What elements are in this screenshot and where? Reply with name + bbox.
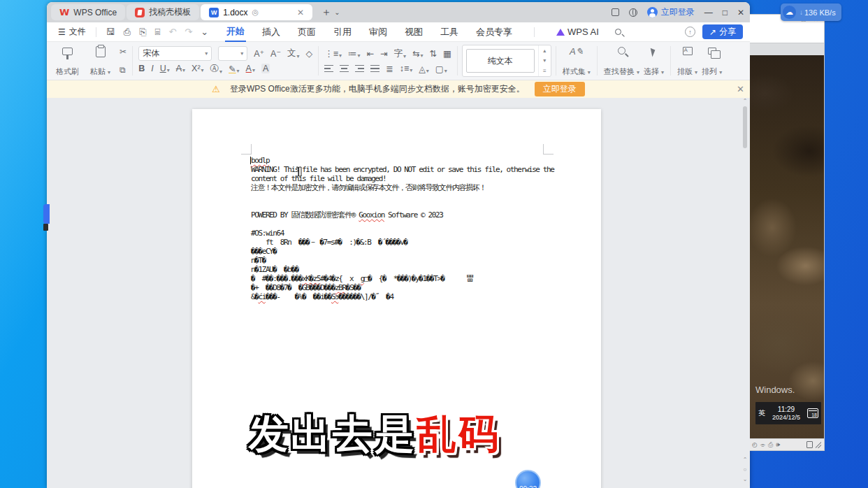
style-up-icon[interactable]: ▴ <box>543 48 546 54</box>
bullet-list-button[interactable]: ⋮≡▾ <box>324 48 342 59</box>
char-border-button[interactable]: Ⓐ▾ <box>210 63 223 75</box>
tab-template-doc[interactable]: 找稿壳模板 <box>126 4 199 20</box>
more-actions-icon[interactable]: ⌄ <box>196 27 212 37</box>
warning-icon: ⚠ <box>212 84 220 94</box>
select-button[interactable]: 选择 ▾ <box>642 45 666 77</box>
char-shading-button[interactable]: A <box>261 64 270 73</box>
tab-page[interactable]: 页面 <box>296 23 317 41</box>
border-button[interactable]: ▢▾ <box>435 64 447 74</box>
new-tab-button[interactable]: ＋ <box>321 6 331 19</box>
undo-icon[interactable]: ↶ <box>164 27 180 37</box>
global-settings-icon[interactable] <box>629 8 637 17</box>
align-center-icon[interactable] <box>340 65 349 72</box>
style-gallery[interactable]: 纯文本 ▴ ▾ ≡ <box>462 45 551 77</box>
divider <box>670 46 671 76</box>
tab-sync-icon[interactable]: ◎ <box>252 8 259 17</box>
edge-pin-icon <box>43 224 48 231</box>
italic-button[interactable]: I <box>151 64 153 73</box>
search-icon[interactable] <box>615 29 621 35</box>
tab-1-docx[interactable]: W 1.docx ◎ ✕ <box>201 4 312 20</box>
export-icon[interactable]: ⎙ <box>120 27 135 38</box>
background-photo-window[interactable]: — □ ✕ Windows. 英 11:29 2024/12/5 18 ◴ ⌯ … <box>750 14 825 451</box>
style-more-icon[interactable]: ≡ <box>543 68 547 74</box>
file-menu-button[interactable]: ☰ 文件 <box>54 26 90 38</box>
align-right-icon[interactable] <box>355 65 364 72</box>
banner-close-icon[interactable]: ✕ <box>737 84 744 94</box>
divider <box>556 46 556 76</box>
login-entry[interactable]: 立即登录 <box>647 6 695 18</box>
font-size-select[interactable]: ▾ <box>218 46 247 61</box>
net-speed-widget[interactable]: ☁ ↓ 136 KB/s <box>781 3 841 21</box>
paste-button[interactable]: 粘贴 ▾ <box>88 45 113 77</box>
highlight-color-button[interactable]: ✎▾ <box>229 64 240 74</box>
format-painter-button[interactable]: 格式刷 <box>54 45 81 77</box>
font-name-select[interactable]: 宋体 ▾ <box>138 46 212 61</box>
font-color-button[interactable]: A▾ <box>246 64 255 73</box>
tab-review[interactable]: 审阅 <box>368 23 389 41</box>
style-gallery-arrows: ▴ ▾ ≡ <box>538 45 551 76</box>
minimize-button[interactable]: — <box>704 8 713 17</box>
increase-indent-button[interactable]: ⇥ <box>380 48 387 59</box>
bold-button[interactable]: B <box>138 64 145 73</box>
line-spacing-button[interactable]: ↕≡▾ <box>400 64 413 73</box>
tab-reference[interactable]: 引用 <box>332 23 353 41</box>
next-page-icon[interactable]: ⌄ <box>742 476 748 482</box>
print-icon[interactable]: ⎘ <box>135 27 150 38</box>
upload-cloud-icon[interactable]: ↑ <box>685 27 695 37</box>
workspace-icon[interactable] <box>612 8 619 16</box>
tab-close-icon[interactable]: ✕ <box>297 8 304 17</box>
cut-icon[interactable]: ✂ <box>120 47 126 57</box>
style-down-icon[interactable]: ▾ <box>543 57 546 64</box>
edge-panel-handle[interactable] <box>43 204 50 224</box>
resize-grip-icon <box>816 442 821 448</box>
superscript-button[interactable]: X²▾ <box>191 64 204 73</box>
decrease-indent-button[interactable]: ⇤ <box>366 48 373 59</box>
save-icon[interactable]: 🖫 <box>102 27 120 37</box>
typeset-button[interactable]: 排版 ▾ <box>675 45 700 77</box>
ime-indicator: 英 <box>758 408 765 418</box>
distribute-button[interactable]: ≣ <box>386 64 393 74</box>
style-set-button[interactable]: A✎ 样式集 ▾ <box>560 45 593 77</box>
numbered-list-button[interactable]: ≔▾ <box>348 48 361 59</box>
paste-icon <box>96 46 106 57</box>
tab-tools[interactable]: 工具 <box>439 23 460 41</box>
redo-icon[interactable]: ↷ <box>180 27 196 37</box>
cursor-arrow-icon <box>651 48 657 57</box>
tab-wps-ai[interactable]: WPS AI <box>555 24 600 40</box>
tab-view[interactable]: 视图 <box>403 23 424 41</box>
direction-button[interactable]: ⇆▾ <box>412 48 424 59</box>
share-button[interactable]: ↗ 分享 <box>702 24 743 39</box>
align-left-icon[interactable] <box>324 65 333 72</box>
print-preview-icon[interactable]: ⌸ <box>151 27 165 38</box>
maximize-button[interactable]: □ <box>723 8 728 17</box>
copy-icon[interactable]: ⧉ <box>120 65 126 75</box>
arrange-button[interactable]: 排列 ▾ <box>700 45 724 77</box>
scroll-up-icon[interactable]: ⌃ <box>742 98 748 104</box>
tab-list-dropdown-icon[interactable]: ⌄ <box>334 8 340 16</box>
document-line: 注意！本文件是加密文件，请勿编辑或保存本文件，否则将导致文件内容损坏！ <box>251 183 558 192</box>
sort-button[interactable]: ⇅ <box>429 48 436 59</box>
scrollbar-thumb[interactable] <box>743 106 747 148</box>
nav-dot-icon[interactable]: ○ <box>742 466 748 473</box>
style-plain-text[interactable]: 纯文本 <box>466 49 535 73</box>
tab-member[interactable]: 会员专享 <box>475 23 514 41</box>
underline-button[interactable]: U▾ <box>160 64 170 73</box>
shading-button[interactable]: ◬▾ <box>419 64 429 74</box>
clear-format-button[interactable]: ◇ <box>306 48 313 59</box>
align-justify-icon[interactable] <box>370 65 379 72</box>
decrease-font-button[interactable]: A⁻ <box>270 48 281 59</box>
increase-font-button[interactable]: A⁺ <box>254 48 264 59</box>
format-painter-label: 格式刷 <box>56 66 79 77</box>
tab-insert[interactable]: 插入 <box>261 23 282 41</box>
text-effects-button[interactable]: 文▾ <box>287 48 300 59</box>
close-button[interactable]: ✕ <box>737 8 744 17</box>
tab-wps-home[interactable]: W WPS Office <box>51 4 125 20</box>
tab-home[interactable]: 开始 <box>225 22 246 42</box>
strikethrough-button[interactable]: A▾ <box>176 64 185 73</box>
find-replace-button[interactable]: 查找替换 ▾ <box>602 45 642 77</box>
login-label: 立即登录 <box>661 6 695 18</box>
notes-icon <box>806 441 813 448</box>
login-now-button[interactable]: 立即登录 <box>535 82 585 96</box>
show-marks-button[interactable]: ▦ <box>443 48 451 59</box>
char-scale-button[interactable]: 字▾ <box>393 48 406 59</box>
